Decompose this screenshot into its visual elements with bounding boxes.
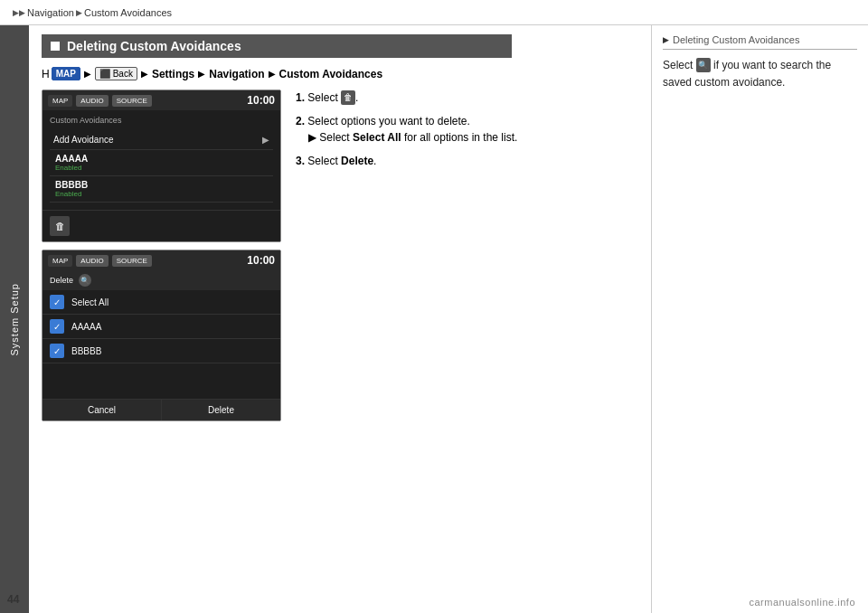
instr-settings: Settings [152, 68, 194, 80]
page-number: 44 [7, 593, 19, 606]
screen2-cancel-button[interactable]: Cancel [42, 400, 162, 420]
screen2-check-selectall[interactable]: ✓ [50, 295, 64, 309]
watermark: carmanualsonline.info [749, 597, 855, 608]
screen1-tab-map: MAP [48, 95, 72, 107]
step1-delete-icon: 🗑 [341, 90, 355, 105]
screen2-body: ✓ Select All ✓ AAAAA ✓ BBBBB [42, 290, 280, 399]
instruction-line: H MAP ▶ ⬛ Back ▶ Settings ▶ Navigation ▶… [42, 67, 521, 80]
screen1-footer: 🗑 [42, 210, 280, 241]
step1-text: Select [307, 91, 337, 104]
breadcrumb-arrow1: ▶▶ [13, 8, 25, 17]
screen1-bbbbb-status: Enabled [55, 190, 81, 198]
right-panel: ▶ Deleting Custom Avoidances Select 🔍 if… [651, 25, 868, 613]
content-area: MAP AUDIO SOURCE 10:00 Custom Avoidances… [42, 90, 638, 421]
screen1-topbar: MAP AUDIO SOURCE 10:00 [42, 90, 280, 110]
map-badge: MAP [52, 67, 80, 80]
screen2-search-icon[interactable]: 🔍 [79, 274, 91, 287]
screen2-tab-audio: AUDIO [76, 255, 108, 267]
right-panel-prefix: Select [663, 59, 693, 71]
instr-arrow1: ▶ [84, 69, 91, 79]
breadcrumb-nav: Navigation [27, 7, 74, 18]
screen1-mockup: MAP AUDIO SOURCE 10:00 Custom Avoidances… [42, 90, 281, 242]
instruction-start: H [42, 68, 50, 80]
sidebar-label: System Setup [9, 283, 20, 355]
screen1-aaaaa-name: AAAAA [55, 154, 88, 164]
right-panel-title: ▶ Deleting Custom Avoidances [663, 34, 857, 50]
screen2-buttons: Cancel Delete [42, 399, 280, 420]
screen2-row-aaaaa[interactable]: ✓ AAAAA [42, 315, 280, 339]
back-badge-text: Back [113, 69, 133, 79]
instr-custom: Custom Avoidances [279, 68, 382, 80]
screen2-row-bbbbb[interactable]: ✓ BBBBB [42, 339, 280, 363]
section-heading: Deleting Custom Avoidances [42, 34, 512, 58]
screen1-add-arrow: ▶ [262, 135, 269, 145]
main-content: Deleting Custom Avoidances H MAP ▶ ⬛ Bac… [29, 25, 651, 613]
screen1-add-avoidance[interactable]: Add Avoidance ▶ [50, 130, 273, 150]
instr-arrow3: ▶ [198, 69, 205, 79]
right-panel-title-text: Deleting Custom Avoidances [673, 34, 799, 45]
instr-navigation: Navigation [209, 68, 264, 80]
step1: 1. Select 🗑. [296, 90, 638, 106]
screen2-check-bbbbb[interactable]: ✓ [50, 344, 64, 358]
screens-column: MAP AUDIO SOURCE 10:00 Custom Avoidances… [42, 90, 281, 421]
screen2-row-selectall[interactable]: ✓ Select All [42, 290, 280, 315]
screen1-time: 10:00 [247, 94, 275, 107]
screen2-label-bbbbb: BBBBB [71, 346, 101, 356]
breadcrumb-custom: Custom Avoidances [84, 7, 172, 18]
screen2-header-text: Delete [50, 276, 73, 285]
right-panel-search-icon: 🔍 [696, 58, 711, 72]
section-icon [51, 42, 60, 51]
screen1-delete-icon[interactable]: 🗑 [50, 216, 70, 236]
sidebar: System Setup [0, 25, 29, 613]
step3: 3. Select Delete. [296, 153, 638, 169]
right-panel-body: Select 🔍 if you want to search the saved… [663, 57, 857, 91]
back-badge: ⬛ Back [95, 67, 137, 80]
screen1-item-aaaaa[interactable]: AAAAA Enabled [50, 150, 273, 176]
screen2-time: 10:00 [247, 254, 275, 267]
instr-arrow2: ▶ [141, 69, 148, 79]
screen1-title: Custom Avoidances [50, 116, 273, 125]
screen1-add-label: Add Avoidance [53, 135, 114, 145]
screen1-tab-audio: AUDIO [76, 95, 108, 107]
screen2-delete-header: Delete 🔍 [42, 270, 280, 290]
screen1-aaaaa-status: Enabled [55, 164, 81, 172]
step2-select-all-bold: Select All [353, 131, 401, 144]
step3-text: Select [307, 155, 341, 167]
screen2-label-selectall: Select All [71, 297, 108, 307]
step2-text: Select options you want to delete. [307, 115, 469, 127]
step2-num: 2. [296, 115, 305, 127]
step2: 2. Select options you want to delete. ▶ … [296, 113, 638, 146]
screen1-bbbbb-name: BBBBB [55, 180, 88, 190]
screen2-tab-map: MAP [48, 255, 72, 267]
right-panel-triangle-icon: ▶ [663, 35, 669, 44]
step2-indent: ▶ Select Select All for all options in t… [308, 129, 638, 146]
breadcrumb-bar: ▶▶ Navigation ▶ Custom Avoidances [0, 0, 868, 25]
screen1-body: Custom Avoidances Add Avoidance ▶ AAAAA … [42, 110, 280, 210]
screen2-tab-source: SOURCE [112, 255, 152, 267]
step3-num: 3. [296, 155, 305, 167]
step1-num: 1. [296, 91, 305, 104]
screen2-mockup: MAP AUDIO SOURCE 10:00 Delete 🔍 ✓ Select… [42, 250, 281, 421]
step3-delete-bold: Delete [341, 155, 373, 167]
step3-period: . [373, 155, 376, 167]
screen2-topbar: MAP AUDIO SOURCE 10:00 [42, 250, 280, 270]
section-heading-text: Deleting Custom Avoidances [67, 39, 241, 53]
screen1-item-bbbbb[interactable]: BBBBB Enabled [50, 176, 273, 203]
screen2-check-aaaaa[interactable]: ✓ [50, 319, 64, 334]
back-badge-icon: ⬛ [99, 69, 110, 79]
screen1-tab-source: SOURCE [112, 95, 152, 107]
steps-column: 1. Select 🗑. 2. Select options you want … [296, 90, 638, 421]
screen2-delete-button[interactable]: Delete [162, 400, 280, 420]
breadcrumb-arrow2: ▶ [76, 8, 82, 17]
screen2-label-aaaaa: AAAAA [71, 322, 101, 332]
instr-arrow4: ▶ [269, 69, 276, 79]
